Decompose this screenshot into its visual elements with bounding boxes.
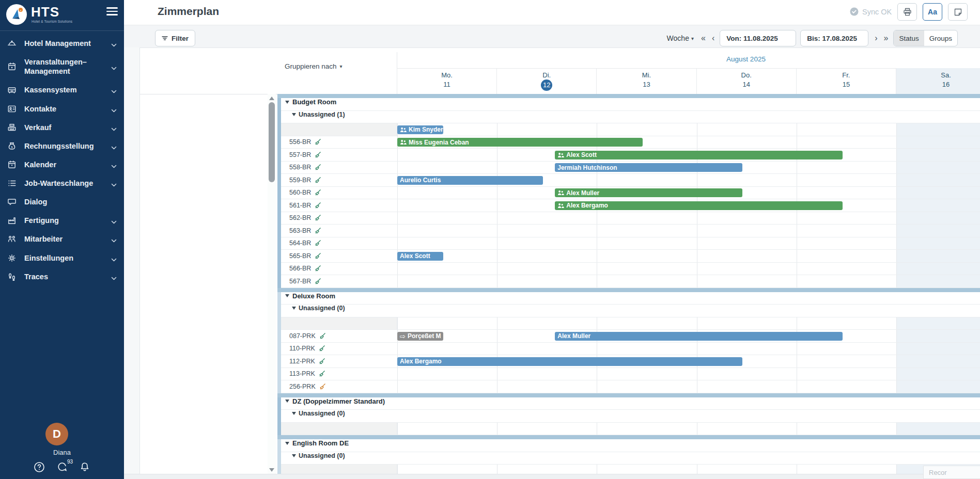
sidebar-item-kontakte[interactable]: Kontakte <box>0 100 124 118</box>
booking-bar-alex-scott[interactable]: Alex Scott <box>555 151 842 159</box>
group-header-dz-doppelzimmer-standard[interactable]: DZ (Doppelzimmer Standard) <box>281 397 980 410</box>
broom-status-icon <box>314 202 321 209</box>
booking-bar-alex-muller[interactable]: Alex Muller <box>555 332 842 341</box>
sidebar-item-hotel-management[interactable]: Hotel Management <box>0 34 124 53</box>
guests-icon <box>400 139 407 145</box>
sidebar-item-fertigung[interactable]: Fertigung <box>0 211 124 230</box>
toggle-groups[interactable]: Groups <box>924 30 957 46</box>
room-label-cell: 567-BR <box>281 275 397 288</box>
booking-bar-alex-scott[interactable]: Alex Scott <box>397 252 443 261</box>
broom-status-icon <box>314 252 321 260</box>
booking-bar-alex-bergamo[interactable]: Alex Bergamo <box>555 201 842 210</box>
prev-button[interactable]: ‹ <box>711 34 715 43</box>
filter-button[interactable]: Filter <box>155 30 195 46</box>
factory-icon <box>7 216 18 225</box>
font-size-button[interactable]: Aa <box>923 3 942 21</box>
group-title: DZ (Doppelzimmer Standard) <box>281 397 980 405</box>
day-header-fr-15[interactable]: Fr.15 <box>796 68 896 94</box>
date-from-input[interactable]: Von: 11.08.2025 <box>720 30 796 46</box>
group-header-english-room-de[interactable]: English Room DE <box>281 439 980 452</box>
scrollbar-thumb[interactable] <box>269 102 275 182</box>
group-header-budget-room[interactable]: Budget Room <box>281 98 980 111</box>
cloche-icon <box>7 39 18 48</box>
room-number: 565-BR <box>289 252 311 260</box>
help-icon[interactable] <box>34 461 45 473</box>
room-label-cell: 557-BR <box>281 149 397 161</box>
sidebar-item-einstellungen[interactable]: Einstellungen <box>0 249 124 267</box>
room-row-110-prk: 110-PRK <box>281 343 980 356</box>
svg-text:$: $ <box>11 145 13 148</box>
room-row-567-br: 567-BR <box>281 275 980 288</box>
sidebar-item-dialog[interactable]: Dialog <box>0 193 124 211</box>
sync-status: Sync OK <box>850 7 892 16</box>
broom-icon <box>314 177 321 184</box>
scroll-up-icon[interactable] <box>269 97 274 100</box>
contact-card-icon <box>7 104 18 114</box>
day-header-mo-11[interactable]: Mo.11 <box>397 68 496 94</box>
guest-name: Kim Snyder <box>409 126 443 133</box>
day-name: Mo. <box>397 71 496 79</box>
sidebar-item-rechnungsstellung[interactable]: $Rechnungsstellung <box>0 137 124 155</box>
sidebar-item-veranstaltungen-management[interactable]: Veranstaltungen–Management <box>0 53 124 81</box>
booking-bar-alex-bergamo[interactable]: Alex Bergamo <box>397 357 742 366</box>
range-mode-dropdown[interactable]: Woche ▾ <box>667 34 694 42</box>
collapse-caret-icon <box>285 400 289 403</box>
booking-bar-aurelio-curtis[interactable]: Aurelio Curtis <box>397 176 543 185</box>
guest-name: Porçeßet M <box>408 332 441 340</box>
vertical-scrollbar[interactable] <box>268 94 276 474</box>
chat-icon[interactable]: 93 <box>56 461 68 473</box>
sidebar-item-label: Kalender <box>24 160 56 169</box>
collapse-caret-icon <box>292 113 296 116</box>
next-fast-button[interactable]: » <box>883 34 890 43</box>
unassigned-label: Unassigned (0) <box>299 305 345 312</box>
booking-bar-alex-muller[interactable]: Alex Muller <box>555 188 742 197</box>
unassigned-header-deluxe-room[interactable]: Unassigned (0) <box>281 305 980 317</box>
room-number: 558-BR <box>289 164 311 171</box>
guest-name: Miss Eugenia Ceban <box>409 139 469 146</box>
booking-bar-kim-snyder[interactable]: Kim Snyder <box>397 125 443 134</box>
avatar[interactable]: D <box>45 423 68 445</box>
people-icon <box>7 234 18 244</box>
bell-icon[interactable] <box>79 461 90 473</box>
sidebar-item-mitarbeiter[interactable]: Mitarbeiter <box>0 230 124 248</box>
notes-button[interactable] <box>948 3 968 21</box>
room-number: 564-BR <box>289 240 311 247</box>
booking-bar-jermiah-hutchinson[interactable]: Jermiah Hutchinson <box>555 163 742 172</box>
room-label-cell: 566-BR <box>281 263 397 275</box>
group-header-deluxe-room[interactable]: Deluxe Room <box>281 292 980 305</box>
room-label: 565-BR <box>281 252 321 260</box>
sidebar-item-verkauf[interactable]: Verkauf <box>0 118 124 137</box>
date-to-input[interactable]: Bis: 17.08.2025 <box>800 30 868 46</box>
chevron-down-icon: ▾ <box>340 63 343 69</box>
booking-bar-miss-eugenia-ceban[interactable]: Miss Eugenia Ceban <box>397 138 643 147</box>
broom-icon <box>314 138 321 146</box>
group-by-dropdown[interactable]: Gruppieren nach ▾ <box>285 62 343 70</box>
chat-badge: 93 <box>67 459 73 465</box>
scroll-down-icon[interactable] <box>269 468 274 472</box>
booking-bar-por-e-et-m[interactable]: ⇨Porçeßet M <box>397 332 443 341</box>
group-by-label: Gruppieren nach <box>285 62 337 70</box>
unassigned-header-budget-room[interactable]: Unassigned (1) <box>281 111 980 124</box>
chevron-down-icon <box>111 162 117 171</box>
sidebar-item-traces[interactable]: Traces <box>0 267 124 286</box>
sidebar-item-kassensystem[interactable]: Kassensystem <box>0 81 124 99</box>
unassigned-header-english-room-de[interactable]: Unassigned (0) <box>281 452 980 465</box>
sidebar-item-job-warteschlange[interactable]: Job-Warteschlange <box>0 174 124 193</box>
sidebar-item-kalender[interactable]: Kalender <box>0 155 124 174</box>
unassigned-header-dz-doppelzimmer-standard[interactable]: Unassigned (0) <box>281 410 980 423</box>
print-button[interactable] <box>897 3 917 21</box>
room-number: 559-BR <box>289 177 311 184</box>
day-number: 16 <box>896 81 980 88</box>
group-separator <box>277 94 980 98</box>
next-button[interactable]: › <box>874 34 878 43</box>
day-header-do-14[interactable]: Do.14 <box>696 68 796 94</box>
toggle-status[interactable]: Status <box>894 30 924 46</box>
user-block: D Diana 93 <box>0 423 124 475</box>
hamburger-menu-icon[interactable] <box>106 5 118 18</box>
day-header-sa-16[interactable]: Sa.16 <box>896 68 980 94</box>
broom-status-icon <box>318 370 325 377</box>
chevron-down-icon <box>111 125 117 134</box>
day-header-di-12[interactable]: Di.12 <box>496 68 596 94</box>
prev-fast-button[interactable]: « <box>700 34 707 43</box>
day-header-mi-13[interactable]: Mi.13 <box>596 68 696 94</box>
